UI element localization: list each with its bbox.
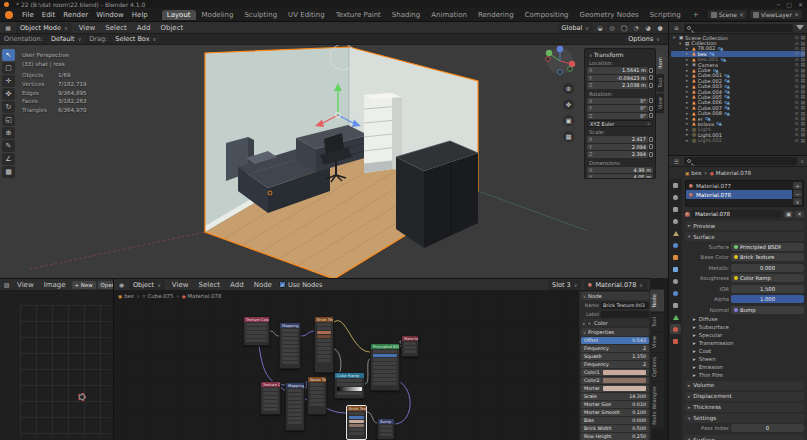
pan-hand-icon[interactable]: ✥ [563,99,574,110]
lock-icon[interactable] [649,75,653,80]
workspace-tab-compositing[interactable]: Compositing [520,10,574,20]
shading-solid-icon[interactable]: ◔ [631,23,641,33]
transform-panel-title[interactable]: ∨ Transform [587,50,653,59]
shader-type-dropdown[interactable]: Object∨ [129,280,165,290]
render-visibility-icon[interactable]: ▤ [801,105,805,110]
lock-icon[interactable] [649,98,653,103]
breadcrumb-item[interactable]: ●Material.078 [710,170,751,176]
shader-menu-select[interactable]: Select [194,280,224,290]
breadcrumb-item[interactable]: ▣bex [685,170,702,176]
viewport-visibility-icon[interactable]: ⊙ [795,94,799,99]
node-prop-mortar-smooth[interactable]: Mortar Smooth0.100 [581,409,649,416]
properties-tab-particles[interactable] [670,276,681,286]
shader-npanel-tab-view[interactable]: View [650,332,664,352]
render-visibility-icon[interactable]: ▤ [801,132,805,137]
tool-measure[interactable]: ∠ [2,153,15,165]
properties-tab-physics[interactable] [670,288,681,298]
viewport-visibility-icon[interactable]: ⊙ [795,73,799,78]
render-visibility-icon[interactable]: ▤ [801,138,805,143]
cursor-2d[interactable] [78,393,86,401]
expand-arrow-icon[interactable]: ▸ [686,78,690,83]
properties-tab-modifiers[interactable] [670,264,681,274]
workspace-tab-sculpting[interactable]: Sculpting [239,10,282,20]
node-prop-offset[interactable]: Offset0.543 [581,337,649,344]
properties-tab-scene[interactable] [670,228,681,238]
node-prop-color1[interactable]: Color1 [581,369,649,376]
node-prop-scale[interactable]: Scale14.300 [581,393,649,400]
viewport-visibility-icon[interactable]: ⊙ [795,46,799,51]
viewport-visibility-icon[interactable]: ⊙ [795,116,799,121]
maximize-button[interactable]: ▢ [786,1,792,8]
settings-surface-section[interactable]: ▾Surface [685,435,804,440]
shader-npanel-tab-node[interactable]: Node [650,290,664,312]
viewport-visibility-icon[interactable]: ⊙ [795,89,799,94]
node-properties-section[interactable]: ∨Properties [581,328,649,336]
orientation-dropdown[interactable]: Default∨ [47,34,85,44]
lock-icon[interactable] [649,144,653,149]
render-visibility-icon[interactable]: ▤ [801,121,805,126]
outliner-type-icon[interactable]: ≡ [672,23,681,32]
shader-node-principled-bsdf[interactable]: Principled BSDF [370,343,400,391]
viewport-visibility-icon[interactable]: ⊙ [795,138,799,143]
proportional-editing-icon[interactable]: ◎ [607,23,617,33]
property-field[interactable]: Bump [731,306,804,314]
tool-tweak-select[interactable]: ↖ [2,49,15,61]
menu-help[interactable]: Help [128,10,152,20]
node-name-field[interactable]: Brick Texture.003 [601,302,649,309]
expand-arrow-icon[interactable]: ▾ [679,41,683,46]
properties-type-icon[interactable]: ☰ [672,157,681,166]
lock-icon[interactable] [649,113,653,118]
tool-scale[interactable]: ◱ [2,114,15,126]
snap-magnet-icon[interactable]: ◒ [595,23,605,33]
tool-annotate[interactable]: ✎ [2,140,15,152]
shading-rendered-icon[interactable]: ● [655,23,665,33]
workspace-tab-texture-paint[interactable]: Texture Paint [331,10,386,20]
shader-node-mapping[interactable]: Mapping [285,382,305,431]
property-field[interactable]: 1.000 [731,295,804,303]
tool-cursor-3d[interactable]: ✛ [2,75,15,87]
properties-search-input[interactable] [684,157,797,165]
filter-icon[interactable] [796,25,804,30]
slot-dropdown[interactable]: Slot 3∨ [548,280,581,290]
shader-menu-view[interactable]: View [168,280,193,290]
node-prop-bias[interactable]: Bias0.000 [581,417,649,424]
node-prop-row-height[interactable]: Row Height0.250 [581,433,649,440]
property-field[interactable]: Brick Texture [731,253,804,261]
menu-edit[interactable]: Edit [38,10,60,20]
expand-arrow-icon[interactable]: ▸ [686,57,690,62]
image-grid[interactable] [20,305,110,437]
lock-icon[interactable] [649,137,653,142]
npanel-tab-item[interactable]: Item [656,53,664,73]
tool-add-cube[interactable]: ▦ [2,166,15,178]
subsection-specular[interactable]: ▸Specular [685,331,804,339]
settings-section[interactable]: ▾Settings [685,414,804,423]
viewport-visibility-icon[interactable]: ⊙ [795,51,799,56]
viewport-visibility-icon[interactable]: ⊙ [795,68,799,73]
viewport-menu-view[interactable]: View [75,23,100,33]
subsection-thin-film[interactable]: ▸Thin Film [685,371,804,379]
render-visibility-icon[interactable]: ▤ [801,62,805,67]
node-section[interactable]: ∨Node [581,292,649,300]
properties-tab-material[interactable] [670,324,681,334]
viewport-menu-select[interactable]: Select [101,23,131,33]
npanel-tab-view[interactable]: View [656,93,664,113]
use-nodes-toggle[interactable]: ✓ Use Nodes [279,281,323,289]
mode-dropdown[interactable]: Object Mode∨ [16,23,72,33]
shader-node-bump[interactable]: Bump [377,418,395,440]
rotation-mode-dropdown[interactable]: XYZ Euler∨ [587,120,653,127]
render-visibility-icon[interactable]: ▤ [801,68,805,73]
properties-tab-view-layer[interactable] [670,216,681,226]
image-editor-type-icon[interactable]: ▨ [2,280,11,289]
shader-node-color-ramp[interactable]: Color Ramp [334,372,365,399]
ortho-grid-icon[interactable]: ▦ [563,131,574,142]
shader-node-texture-coordinate[interactable]: Texture Coordinate [243,316,270,346]
tool-rotate[interactable]: ↻ [2,101,15,113]
shader-node-brick-texture-003[interactable]: Brick Texture.003 [346,405,367,440]
render-visibility-icon[interactable]: ▤ [801,94,805,99]
expand-arrow-icon[interactable]: ▸ [686,51,690,56]
viewport-menu-add[interactable]: Add [133,23,155,33]
render-visibility-icon[interactable]: ▤ [801,127,805,132]
subsection-emission[interactable]: ▸Emission [685,363,804,371]
properties-tab-output[interactable] [670,204,681,214]
section-displacement[interactable]: ▸Displacement [685,392,804,401]
